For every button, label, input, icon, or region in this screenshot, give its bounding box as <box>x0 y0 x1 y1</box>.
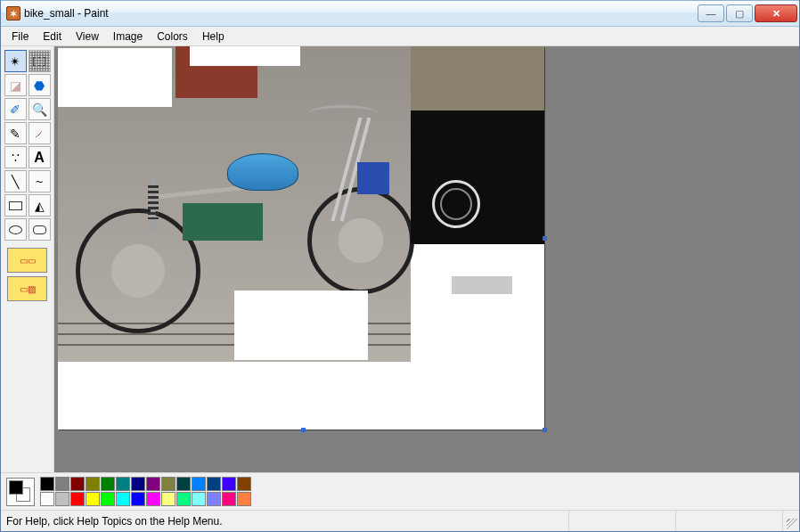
canvas-workspace[interactable] <box>54 46 799 472</box>
tool-magnifier[interactable]: 🔍 <box>29 98 51 120</box>
color-swatch[interactable] <box>70 492 85 506</box>
rear-shock <box>151 178 156 232</box>
erased-patch-3 <box>234 291 368 360</box>
tool-option-opaque[interactable]: ▭▭ <box>7 248 47 273</box>
color-swatch[interactable] <box>86 477 100 491</box>
blue-crate <box>357 162 389 194</box>
color-swatch[interactable] <box>222 492 236 506</box>
resize-grip[interactable] <box>783 511 799 531</box>
tool-grid: ✴ ◪ ⬣ ✐ 🔍 ✎ ⟋ ∵ A ╲ ~ ◭ <box>3 50 52 241</box>
garage-bicycle-wheel <box>432 180 480 228</box>
tool-rounded-rectangle[interactable] <box>29 218 51 241</box>
color-swatch[interactable] <box>40 492 54 506</box>
tool-box: ✴ ◪ ⬣ ✐ 🔍 ✎ ⟋ ∵ A ╲ ~ ◭ ▭▭ ▭▨ <box>1 46 54 472</box>
selection-handle-bottom[interactable] <box>301 428 306 432</box>
foreground-color-swatch[interactable] <box>9 480 23 495</box>
color-swatch[interactable] <box>116 477 130 491</box>
canvas[interactable] <box>58 46 544 430</box>
color-swatch[interactable] <box>146 492 160 506</box>
front-wheel <box>307 187 414 294</box>
status-bar: For Help, click Help Topics on the Help … <box>1 510 799 531</box>
color-swatch[interactable] <box>176 477 191 491</box>
image-engine <box>411 46 544 110</box>
window-title: bike_small - Paint <box>24 7 109 20</box>
status-text: For Help, click Help Topics on the Help … <box>1 511 569 531</box>
tool-curve[interactable]: ~ <box>29 170 51 192</box>
color-swatch[interactable] <box>192 492 206 506</box>
handlebar <box>307 105 379 123</box>
color-swatch[interactable] <box>116 492 130 506</box>
tool-brush[interactable]: ⟋ <box>29 122 51 144</box>
color-swatch[interactable] <box>86 492 100 506</box>
status-pane-coords <box>569 511 676 531</box>
color-swatch[interactable] <box>101 477 115 491</box>
color-swatch[interactable] <box>237 492 251 506</box>
color-swatch[interactable] <box>176 492 191 506</box>
color-palette <box>1 472 799 510</box>
tool-color-picker[interactable]: ✐ <box>4 98 27 120</box>
title-bar[interactable]: ✶ bike_small - Paint — ▢ ✕ <box>1 0 799 27</box>
color-grid <box>40 477 251 506</box>
tool-rectangle-select[interactable] <box>29 50 51 72</box>
tool-pencil[interactable]: ✎ <box>4 122 27 144</box>
tool-text[interactable]: A <box>29 146 51 168</box>
color-swatch[interactable] <box>55 492 69 506</box>
color-swatch[interactable] <box>222 477 236 491</box>
close-button[interactable]: ✕ <box>755 4 797 22</box>
menu-bar: File Edit View Image Colors Help <box>1 27 799 46</box>
window-controls: — ▢ ✕ <box>696 4 797 22</box>
color-swatch[interactable] <box>101 492 115 506</box>
color-swatch[interactable] <box>192 477 206 491</box>
minimize-button[interactable]: — <box>698 4 724 22</box>
erased-patch-2 <box>190 46 300 66</box>
rear-wheel <box>76 209 200 333</box>
color-swatch[interactable] <box>40 477 54 491</box>
selection-handle-right[interactable] <box>543 236 547 241</box>
content-area: ✴ ◪ ⬣ ✐ 🔍 ✎ ⟋ ∵ A ╲ ~ ◭ ▭▭ ▭▨ <box>1 46 799 472</box>
tool-rectangle[interactable] <box>4 194 27 217</box>
tool-polygon[interactable]: ◭ <box>29 194 51 217</box>
menu-image[interactable]: Image <box>106 28 150 45</box>
color-swatch[interactable] <box>207 492 221 506</box>
bike-frame-body <box>183 203 263 241</box>
color-swatch[interactable] <box>55 477 69 491</box>
tool-eraser[interactable]: ◪ <box>4 74 27 96</box>
tool-airbrush[interactable]: ∵ <box>4 146 27 168</box>
color-swatch[interactable] <box>146 477 160 491</box>
color-swatch[interactable] <box>70 477 85 491</box>
tool-free-form-select[interactable]: ✴ <box>4 50 27 72</box>
paint-window: ✶ bike_small - Paint — ▢ ✕ File Edit Vie… <box>0 0 800 532</box>
erased-patch-1 <box>58 48 172 107</box>
color-swatch[interactable] <box>161 477 176 491</box>
selection-handle-br[interactable] <box>543 428 547 432</box>
menu-help[interactable]: Help <box>195 28 232 45</box>
menu-view[interactable]: View <box>69 28 106 45</box>
menu-file[interactable]: File <box>4 28 36 45</box>
color-swatch[interactable] <box>131 492 145 506</box>
current-colors[interactable] <box>6 478 35 506</box>
maximize-button[interactable]: ▢ <box>726 4 753 22</box>
tool-line[interactable]: ╲ <box>4 170 27 192</box>
menu-colors[interactable]: Colors <box>150 28 195 45</box>
status-pane-size <box>676 511 783 531</box>
color-swatch[interactable] <box>207 477 221 491</box>
menu-edit[interactable]: Edit <box>36 28 69 45</box>
fuel-tank <box>227 153 298 191</box>
color-swatch[interactable] <box>131 477 145 491</box>
tool-ellipse[interactable] <box>4 218 27 241</box>
tool-option-transparent[interactable]: ▭▨ <box>7 276 47 301</box>
tool-options: ▭▭ ▭▨ <box>3 248 52 301</box>
color-swatch[interactable] <box>237 477 251 491</box>
image-plate <box>452 276 512 294</box>
tool-fill[interactable]: ⬣ <box>29 74 51 96</box>
color-swatch[interactable] <box>161 492 176 506</box>
app-icon: ✶ <box>6 6 20 20</box>
image-garage <box>411 110 544 244</box>
